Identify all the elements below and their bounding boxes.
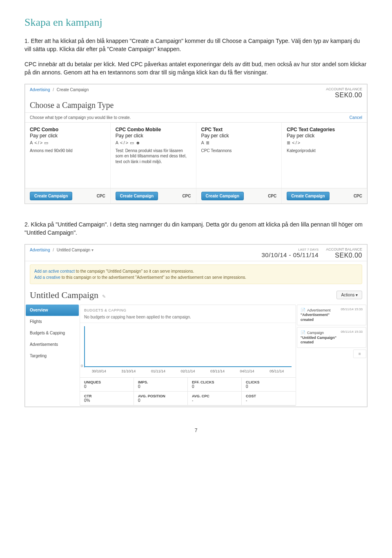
x-tick: 05/11/14	[270, 369, 284, 373]
date-range-label: LAST 7 DAYS	[262, 248, 319, 251]
activity-item: 📄Advertisement "Advertisement" created 0…	[297, 305, 366, 325]
notice-link-creative[interactable]: Add a creative	[34, 275, 60, 280]
card-desc: Annons med 90x90 bild	[30, 148, 105, 154]
card-desc: Test: Denna produkt visas för läsaren so…	[116, 148, 191, 165]
account-balance-value: SEK0.00	[326, 92, 362, 99]
card-title: CPC Text Categories	[287, 127, 362, 133]
panel-heading: Choose a Campaign Type	[25, 101, 367, 112]
card-cpc-text[interactable]: CPC Text Pay per click A≣ CPC Textannons	[196, 123, 282, 188]
create-campaign-button[interactable]: Create Campaign	[287, 192, 329, 200]
x-tick: 04/11/14	[240, 369, 254, 373]
stat-uniques: UNIQUES0	[80, 378, 134, 392]
activity-collapse-button[interactable]: ≡	[353, 350, 366, 358]
x-tick: 30/10/14	[92, 369, 106, 373]
warning-notice: Add an active contract to the campaign "…	[30, 264, 362, 284]
pricing-tag: CPC	[354, 194, 362, 198]
stat-eff-clicks: EFF. CLICKS0	[188, 378, 242, 392]
x-tick: 31/10/14	[121, 369, 136, 373]
panel-subtext: Choose what type of campaign you would l…	[30, 115, 131, 120]
step1-paragraph-b: CPC innebär att du betalar per klick. Me…	[24, 60, 368, 77]
x-tick: 03/11/14	[210, 369, 225, 373]
nav-flights[interactable]: Flights	[26, 316, 79, 327]
chevron-down-icon[interactable]: ▾	[91, 248, 94, 252]
card-subtitle: Pay per click	[201, 133, 277, 139]
card-subtitle: Pay per click	[30, 133, 105, 139]
breadcrumb-leaf: Create Campaign	[57, 87, 89, 92]
x-tick: 01/11/14	[151, 369, 165, 373]
date-range[interactable]: LAST 7 DAYS 30/10/14 - 05/11/14	[262, 248, 319, 258]
card-title: CPC Text	[201, 127, 277, 133]
campaign-type-cards: CPC Combo Pay per click A</>▭ Annons med…	[25, 123, 367, 188]
card-icons: A</>▭☻	[116, 140, 191, 146]
breadcrumb-leaf: Untitled Campaign	[57, 248, 90, 252]
stat-avg-pos: AVG. POSITION0	[134, 392, 188, 406]
breadcrumb-sep: /	[51, 87, 56, 92]
account-balance: ACCOUNT BALANCE SEK0.00	[326, 87, 362, 99]
pricing-tag: CPC	[97, 194, 105, 198]
screenshot-choose-campaign-type: Advertising / Create Campaign ACCOUNT BA…	[24, 84, 368, 204]
file-icon: 📄	[301, 308, 307, 312]
side-nav: Overview Flights Budgets & Capping Adver…	[26, 305, 79, 406]
account-balance-label: ACCOUNT BALANCE	[326, 87, 362, 92]
breadcrumb: Advertising / Create Campaign	[30, 87, 89, 92]
stat-imps: IMPS.0	[134, 378, 188, 392]
screenshot-untitled-campaign: Advertising / Untitled Campaign ▾ LAST 7…	[24, 244, 368, 407]
pencil-icon[interactable]: ✎	[100, 294, 106, 299]
pricing-tag: CPC	[268, 194, 276, 198]
activity-time: 05/11/14 15:33	[341, 330, 363, 334]
card-desc: CPC Textannons	[201, 148, 277, 154]
card-desc: Kategoriprodukt	[287, 148, 362, 154]
card-icons: A</>▭	[30, 140, 105, 146]
notice-text: to this campaign or to the advertisement…	[60, 275, 246, 280]
account-balance: ACCOUNT BALANCE SEK0.00	[326, 248, 362, 259]
breadcrumb-root[interactable]: Advertising	[30, 87, 50, 92]
step2-paragraph: 2. Klicka på "Untitled Campaign". I dett…	[24, 220, 368, 237]
card-subtitle: Pay per click	[287, 133, 362, 139]
card-subtitle: Pay per click	[116, 133, 191, 139]
stats-grid: UNIQUES0 IMPS.0 EFF. CLICKS0 CLICKS0 CTR…	[80, 377, 296, 406]
chart-x-axis: 30/10/14 31/10/14 01/11/14 02/11/14 03/1…	[80, 368, 296, 377]
pricing-tag: CPC	[182, 194, 191, 198]
breadcrumb: Advertising / Untitled Campaign ▾	[30, 248, 94, 252]
card-icons: ≣</>	[287, 140, 362, 146]
account-balance-label: ACCOUNT BALANCE	[326, 248, 362, 252]
file-icon: 📄	[301, 330, 307, 335]
stat-cost: COST-	[242, 392, 296, 406]
budgets-capping-body: No budgets or capping have been applied …	[80, 314, 296, 323]
campaign-title: Untitled Campaign	[30, 290, 98, 300]
nav-budgets[interactable]: Budgets & Capping	[26, 327, 79, 339]
chart-line	[85, 366, 292, 367]
card-cpc-combo-mobile[interactable]: CPC Combo Mobile Pay per click A</>▭☻ Te…	[111, 123, 196, 188]
card-title: CPC Combo Mobile	[116, 127, 191, 133]
notice-link-contract[interactable]: Add an active contract	[34, 269, 75, 273]
activity-column: 📄Advertisement "Advertisement" created 0…	[297, 305, 366, 406]
budgets-capping-heading: BUDGETS & CAPPING	[80, 305, 296, 314]
card-icons: A≣	[201, 140, 277, 146]
step1-paragraph-a: 1. Efter att ha klickat på den blå knapp…	[24, 37, 368, 54]
card-cpc-text-categories[interactable]: CPC Text Categories Pay per click ≣</> K…	[282, 123, 367, 188]
date-range-value: 30/10/14 - 05/11/14	[262, 251, 319, 258]
page-number: 7	[24, 428, 368, 433]
nav-targeting[interactable]: Targeting	[26, 350, 79, 362]
stat-avg-cpc: AVG. CPC-	[188, 392, 242, 406]
create-campaign-button[interactable]: Create Campaign	[201, 192, 244, 200]
create-campaign-button[interactable]: Create Campaign	[30, 192, 72, 200]
breadcrumb-sep: /	[51, 248, 56, 252]
card-cpc-combo[interactable]: CPC Combo Pay per click A</>▭ Annons med…	[25, 123, 111, 188]
cancel-link[interactable]: Cancel	[350, 115, 362, 120]
card-title: CPC Combo	[30, 127, 105, 133]
actions-button[interactable]: Actions ▾	[336, 291, 362, 299]
stat-clicks: CLICKS0	[242, 378, 296, 392]
x-tick: 02/11/14	[180, 369, 195, 373]
notice-text: to the campaign "Untitled Campaign" so i…	[75, 269, 194, 273]
chart-area: 0	[84, 326, 292, 368]
account-balance-value: SEK0.00	[326, 252, 362, 259]
activity-item: 📄Campaign "Untitled Campaign" created 05…	[297, 327, 366, 348]
y-axis-zero: 0	[81, 364, 83, 368]
breadcrumb-root[interactable]: Advertising	[30, 248, 50, 252]
create-campaign-button[interactable]: Create Campaign	[116, 192, 158, 200]
activity-time: 05/11/14 15:33	[341, 307, 363, 311]
stat-ctr: CTR0%	[80, 392, 134, 406]
nav-advertisements[interactable]: Advertisements	[26, 339, 79, 350]
nav-overview[interactable]: Overview	[26, 305, 79, 316]
